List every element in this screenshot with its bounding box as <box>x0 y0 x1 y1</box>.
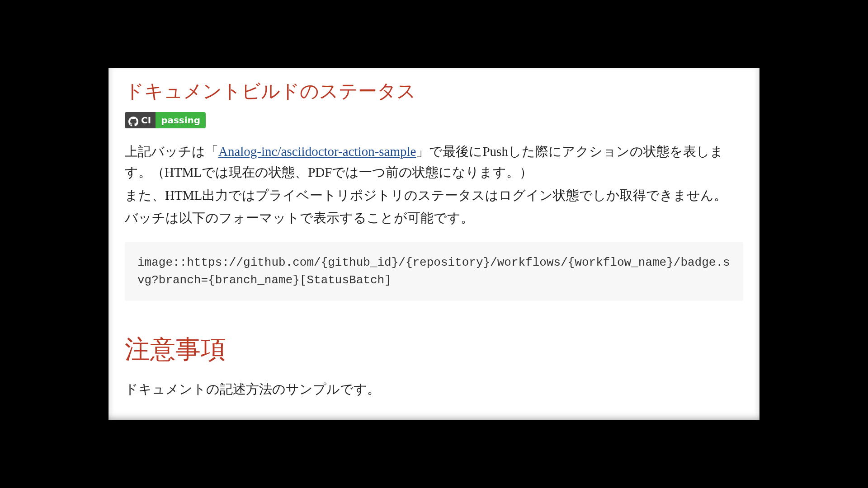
notes-description: ドキュメントの記述方法のサンプルです。 <box>125 379 743 399</box>
repo-link[interactable]: Analog-inc/asciidoctor-action-sample <box>218 144 416 159</box>
status-description-line1: 上記バッチは「Analog-inc/asciidoctor-action-sam… <box>125 141 743 183</box>
text-before-link: 上記バッチは「 <box>125 144 218 159</box>
badge-format-code[interactable]: image::https://github.com/{github_id}/{r… <box>125 242 743 301</box>
status-description-line3: バッチは以下のフォーマットで表示することが可能です。 <box>125 207 743 228</box>
build-status-heading: ドキュメントビルドのステータス <box>125 79 743 104</box>
status-description-line2: また、HTML出力ではプライベートリポジトリのステータスはログイン状態でしか取得… <box>125 185 743 206</box>
document-page: ドキュメントビルドのステータス CI passing 上記バッチは「Analog… <box>108 68 760 420</box>
badge-status-text: passing <box>156 112 206 128</box>
writing-method-subheading: 記述方法 <box>125 418 743 420</box>
notes-heading: 注意事項 <box>125 333 743 367</box>
github-icon <box>128 115 138 125</box>
ci-status-badge[interactable]: CI passing <box>125 112 206 128</box>
document-content[interactable]: ドキュメントビルドのステータス CI passing 上記バッチは「Analog… <box>108 68 760 420</box>
badge-label-left: CI <box>125 112 156 128</box>
badge-ci-text: CI <box>141 112 151 128</box>
